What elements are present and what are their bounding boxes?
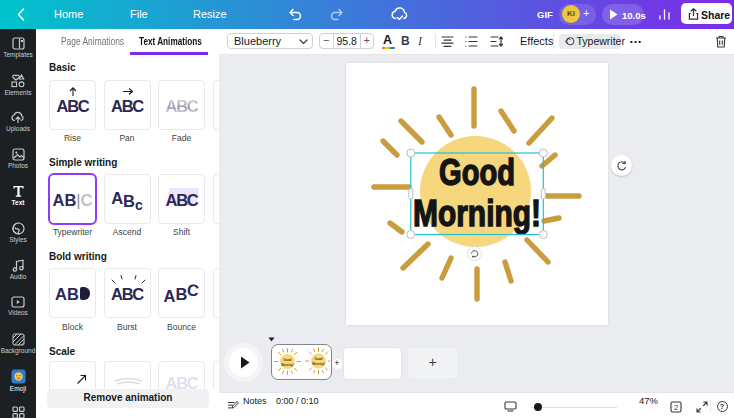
svg-text:Morning!: Morning! <box>312 362 325 366</box>
svg-text:2: 2 <box>674 403 678 412</box>
svg-text:Good: Good <box>284 358 292 362</box>
svg-text:Good: Good <box>315 357 323 361</box>
svg-text:Good: Good <box>439 152 515 193</box>
svg-text:Morning!: Morning! <box>281 363 294 367</box>
svg-text:Morning!: Morning! <box>413 193 541 234</box>
